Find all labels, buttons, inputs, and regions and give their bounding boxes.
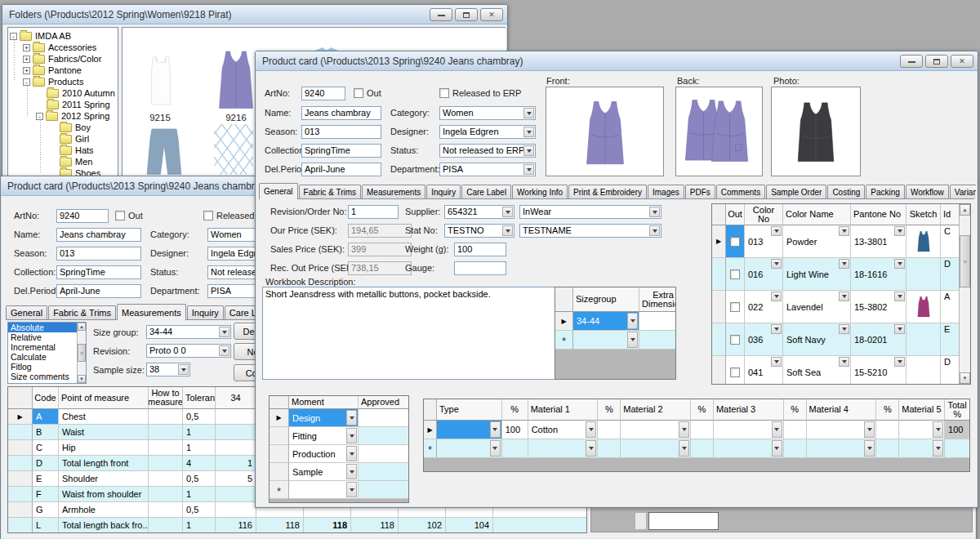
extra-dimension-cell[interactable]: [639, 312, 675, 331]
chevron-down-icon[interactable]: [490, 440, 501, 457]
chevron-down-icon[interactable]: [772, 440, 782, 457]
minimize-button[interactable]: [900, 55, 923, 68]
color-name-cell[interactable]: Soft Sea: [783, 356, 851, 385]
tab-general[interactable]: General: [259, 183, 298, 199]
material-cell[interactable]: [621, 421, 691, 439]
released-checkbox[interactable]: [439, 88, 449, 98]
color-no-cell[interactable]: 016: [745, 258, 783, 291]
expand-icon[interactable]: +: [23, 67, 30, 74]
out-cell[interactable]: [726, 225, 745, 258]
delperiod-field[interactable]: April-June: [56, 284, 141, 298]
chevron-down-icon[interactable]: [864, 421, 875, 438]
weight-field[interactable]: 100: [454, 243, 506, 256]
chevron-down-icon[interactable]: [502, 225, 513, 236]
out-cell[interactable]: [726, 356, 745, 385]
pantone-cell[interactable]: 15-3802: [851, 291, 906, 323]
tab-pdfs[interactable]: PDFs: [685, 185, 715, 198]
chevron-down-icon[interactable]: [894, 292, 905, 301]
chevron-down-icon[interactable]: [771, 292, 782, 301]
chevron-down-icon[interactable]: [586, 440, 596, 457]
product-thumbnail-9215[interactable]: [139, 52, 183, 113]
chevron-down-icon[interactable]: [490, 421, 501, 438]
chevron-down-icon[interactable]: [502, 207, 513, 217]
list-item-absolute[interactable]: Absolute: [8, 323, 86, 332]
tab-sample-order[interactable]: Sample Order: [766, 185, 826, 198]
chevron-down-icon[interactable]: [219, 327, 229, 337]
id-cell[interactable]: C: [941, 225, 959, 258]
col-header-material-1[interactable]: Material 1: [528, 399, 599, 421]
tab-workflow[interactable]: Workflow: [906, 185, 949, 198]
material-cell[interactable]: [714, 439, 784, 458]
out-checkbox[interactable]: [730, 270, 740, 279]
maximize-button[interactable]: [925, 55, 948, 68]
col-header-color-no[interactable]: Color No: [745, 204, 783, 225]
tab-variant-matrix[interactable]: Variant Matrix: [950, 185, 976, 198]
tree-item-accessories[interactable]: +Accessories: [8, 42, 118, 53]
workbook-textarea[interactable]: Short Jeansdress with metallic buttons, …: [262, 287, 566, 380]
tab-print-embroidery[interactable]: Print & Embroidery: [568, 185, 647, 198]
chevron-down-icon[interactable]: [219, 345, 229, 356]
out-checkbox[interactable]: [354, 88, 363, 98]
pct-cell[interactable]: [876, 421, 899, 439]
pct-cell[interactable]: [598, 439, 621, 458]
delperiod-field[interactable]: April-June: [301, 163, 381, 176]
collapse-icon[interactable]: -: [36, 113, 43, 120]
col-header-material-4[interactable]: Material 4: [807, 399, 877, 421]
pantone-cell[interactable]: 18-1616: [851, 258, 906, 291]
moment-cell[interactable]: Production: [289, 445, 359, 463]
close-button[interactable]: ✕: [480, 8, 503, 21]
list-item-fitlog[interactable]: Fitlog: [8, 362, 86, 372]
collection-field[interactable]: SpringTime: [56, 265, 141, 279]
folders-titlebar[interactable]: Folders (\Products\2012 Spring\Women\921…: [2, 5, 507, 24]
chevron-down-icon[interactable]: [839, 292, 849, 301]
id-cell[interactable]: A: [941, 291, 959, 323]
out-checkbox[interactable]: [115, 211, 125, 220]
tree-item-hats[interactable]: Hats: [8, 145, 118, 156]
list-item-calculate[interactable]: Calculate: [8, 352, 86, 362]
chevron-down-icon[interactable]: [839, 357, 849, 367]
expand-icon[interactable]: +: [23, 44, 30, 51]
measure-type-listbox[interactable]: Absolute Relative Incremental Calculate …: [7, 322, 87, 384]
product-card-titlebar[interactable]: Product card (\Products\2013 Spring\9240…: [256, 51, 978, 71]
chevron-down-icon[interactable]: [523, 127, 534, 137]
name-field[interactable]: Jeans chambray: [301, 106, 381, 120]
scrollbar-thumb[interactable]: ≡: [960, 235, 970, 287]
approved-cell[interactable]: [359, 481, 408, 499]
chevron-down-icon[interactable]: [864, 440, 875, 457]
tree-item-2010-autumn[interactable]: 2010 Autumn: [8, 87, 118, 99]
stat-no-select[interactable]: TESTNO: [444, 224, 514, 238]
col-header-size-34[interactable]: 34: [216, 387, 256, 409]
tree-item-2012-spring[interactable]: -2012 Spring: [8, 110, 118, 122]
size-group-select[interactable]: 34-44: [146, 325, 231, 339]
product-thumbnail-9216[interactable]: [211, 49, 261, 114]
color-name-cell[interactable]: Light Wine: [783, 258, 851, 291]
chevron-down-icon[interactable]: [346, 446, 357, 461]
col-header-point-of-measure[interactable]: Point of measure: [59, 387, 149, 409]
id-cell[interactable]: E: [941, 323, 959, 356]
tree-item-fabrics-color[interactable]: +Fabrics/Color: [8, 53, 118, 65]
released-checkbox[interactable]: [203, 211, 213, 220]
chevron-down-icon[interactable]: [839, 324, 849, 334]
close-button[interactable]: ✕: [951, 55, 973, 68]
out-checkbox[interactable]: [730, 368, 740, 377]
scroll-down-icon[interactable]: ▼: [960, 372, 970, 384]
out-checkbox[interactable]: [730, 237, 740, 247]
chevron-down-icon[interactable]: [523, 108, 534, 118]
moment-cell[interactable]: [289, 481, 359, 499]
collection-field[interactable]: SpringTime: [301, 144, 381, 158]
chevron-down-icon[interactable]: [933, 421, 943, 438]
pct-cell[interactable]: [876, 439, 899, 458]
scroll-up-icon[interactable]: ▲: [960, 204, 970, 216]
side-panel-field[interactable]: [648, 512, 719, 530]
out-cell[interactable]: [726, 323, 745, 356]
sizegroup-cell[interactable]: [573, 331, 639, 350]
revision-order-field[interactable]: 1: [348, 205, 399, 219]
tree-item-imda-ab[interactable]: -IMDA AB: [8, 30, 118, 42]
type-cell[interactable]: [437, 421, 502, 439]
tab-working-info[interactable]: Working Info: [512, 185, 568, 198]
chevron-down-icon[interactable]: [346, 428, 357, 443]
tab-measurements[interactable]: Measurements: [117, 304, 186, 320]
col-header-total-pct[interactable]: Total %: [945, 399, 969, 421]
sample-size-select[interactable]: 38: [146, 363, 190, 376]
col-header-code[interactable]: Code: [33, 387, 59, 409]
